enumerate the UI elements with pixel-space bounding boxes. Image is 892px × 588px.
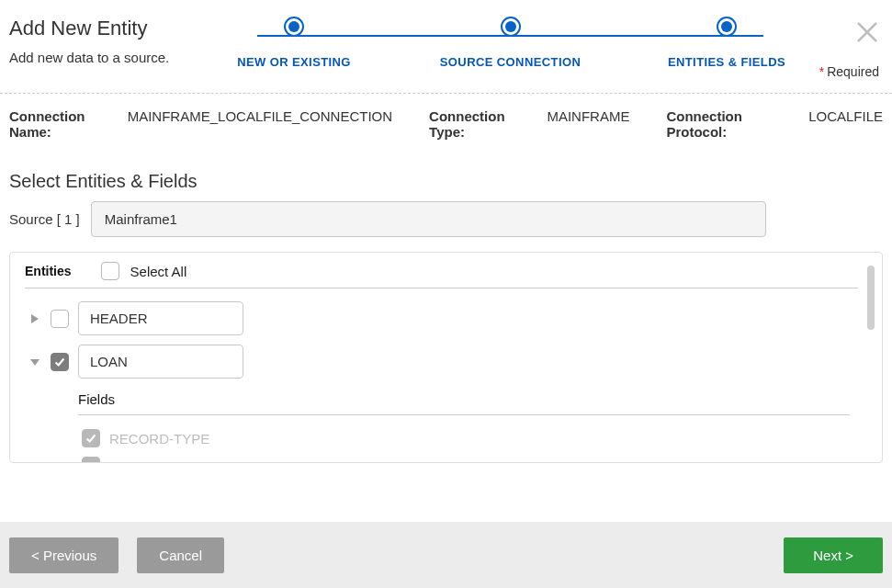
entity-checkbox[interactable]	[51, 353, 69, 371]
source-input[interactable]	[91, 201, 766, 237]
footer-bar: < Previous Cancel Next >	[0, 522, 892, 588]
connection-protocol-value: LOCALFILE	[808, 108, 883, 124]
step-label: ENTITIES & FIELDS	[668, 55, 785, 69]
svg-marker-3	[30, 359, 40, 366]
fields-heading: Fields	[78, 391, 858, 407]
field-label: RECORD-TYPE	[109, 431, 209, 447]
cancel-button[interactable]: Cancel	[137, 537, 224, 573]
entities-heading: Entities	[25, 264, 72, 278]
entity-name-input[interactable]	[78, 345, 243, 379]
scrollbar-thumb[interactable]	[867, 266, 875, 330]
connection-protocol-label: Connection Protocol:	[666, 108, 799, 140]
field-label: LOAN-TYPE	[109, 458, 187, 463]
step-dot-icon	[501, 17, 521, 37]
field-row: LOAN-TYPE	[78, 452, 858, 462]
chevron-down-icon[interactable]	[28, 356, 41, 368]
source-label: Source [ 1 ]	[9, 211, 80, 227]
connection-type-value: MAINFRAME	[547, 108, 629, 124]
close-icon[interactable]	[853, 18, 881, 46]
entity-row-header	[28, 301, 858, 335]
step-source-connection[interactable]: SOURCE CONNECTION	[437, 17, 584, 69]
divider	[78, 414, 850, 415]
field-checkbox	[82, 457, 100, 462]
field-row: RECORD-TYPE	[78, 424, 858, 452]
step-new-or-existing[interactable]: NEW OR EXISTING	[220, 17, 367, 69]
entities-panel: Entities Select All	[9, 252, 883, 463]
entity-name-input[interactable]	[78, 301, 243, 335]
step-entities-fields[interactable]: ENTITIES & FIELDS	[653, 17, 800, 69]
step-label: NEW OR EXISTING	[237, 55, 351, 69]
step-dot-icon	[284, 17, 304, 37]
section-title: Select Entities & Fields	[0, 140, 892, 201]
connection-summary: Connection Name: MAINFRAME_LOCALFILE_CON…	[0, 94, 892, 140]
connection-name-value: MAINFRAME_LOCALFILE_CONNECTION	[128, 108, 392, 124]
next-button[interactable]: Next >	[784, 537, 883, 573]
step-dot-icon	[717, 17, 737, 37]
divider	[25, 288, 858, 288]
required-indicator: *Required	[819, 64, 879, 79]
field-checkbox	[82, 429, 100, 447]
connection-type-label: Connection Type:	[429, 108, 537, 140]
select-all-checkbox[interactable]	[101, 262, 119, 280]
wizard-stepper: NEW OR EXISTING SOURCE CONNECTION ENTITI…	[220, 17, 800, 69]
svg-marker-2	[31, 314, 39, 323]
entity-checkbox[interactable]	[51, 310, 69, 328]
entity-row-loan	[28, 345, 858, 379]
select-all-label: Select All	[130, 264, 187, 279]
step-label: SOURCE CONNECTION	[440, 55, 581, 69]
chevron-right-icon[interactable]	[28, 312, 41, 325]
connection-name-label: Connection Name:	[9, 108, 119, 140]
previous-button[interactable]: < Previous	[9, 537, 119, 573]
